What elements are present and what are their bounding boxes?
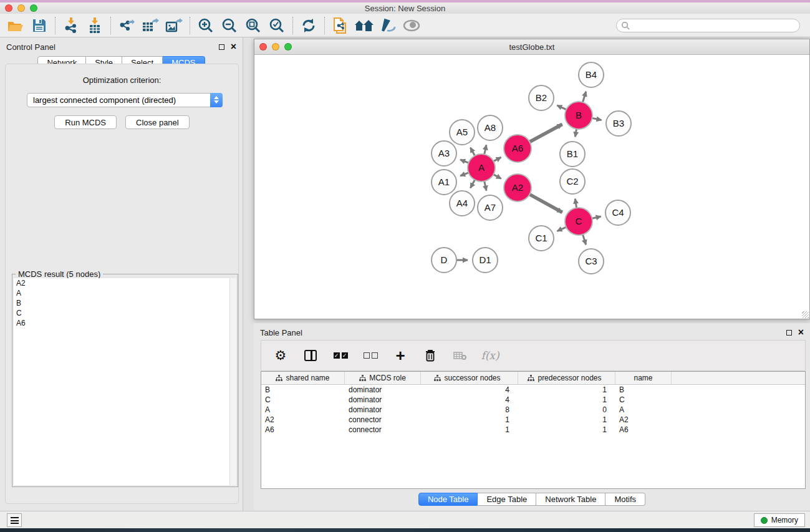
graph-node-A5[interactable]: A5 — [450, 120, 475, 145]
graph-edge[interactable] — [470, 180, 475, 188]
graph-node-C3[interactable]: C3 — [579, 249, 604, 274]
control-panel-title: Control Panel — [6, 42, 55, 52]
graph-node-A1[interactable]: A1 — [432, 170, 456, 195]
graph-edge[interactable] — [557, 227, 566, 231]
close-panel-button[interactable]: Close panel — [125, 115, 190, 129]
hide-graphics-details-button[interactable] — [400, 16, 423, 36]
mcds-result-list[interactable]: A2ABCA6 — [14, 278, 236, 485]
select-all-columns-button[interactable]: ✓✓ — [332, 347, 349, 364]
graph-node-A[interactable]: A — [468, 154, 495, 181]
home-layout-button[interactable] — [352, 16, 376, 36]
graph-node-C[interactable]: C — [565, 208, 592, 235]
search-box[interactable] — [616, 19, 800, 32]
graph-node-B2[interactable]: B2 — [529, 85, 554, 110]
memory-button[interactable]: Memory — [754, 513, 805, 527]
result-item[interactable]: C — [14, 308, 236, 318]
deselect-all-columns-button[interactable] — [362, 347, 378, 364]
column-header-shared-name[interactable]: shared name — [261, 372, 345, 384]
graph-edge[interactable] — [575, 199, 576, 208]
tab-edge-table[interactable]: Edge Table — [478, 493, 536, 506]
export-network-button[interactable] — [115, 16, 138, 36]
criterion-dropdown[interactable]: largest connected component (directed) — [27, 93, 223, 107]
import-table-button[interactable] — [83, 16, 107, 36]
column-header-predecessor-nodes[interactable]: predecessor nodes — [518, 372, 615, 384]
graph-edge[interactable] — [485, 181, 486, 190]
open-file-button[interactable] — [4, 16, 27, 36]
graph-node-B3[interactable]: B3 — [606, 111, 631, 136]
graph-node-C2[interactable]: C2 — [560, 169, 585, 194]
node-label: A8 — [485, 122, 496, 133]
search-input[interactable] — [630, 21, 799, 30]
graph-edge[interactable] — [592, 118, 602, 120]
column-header-successor-nodes[interactable]: successor nodes — [421, 372, 518, 384]
close-panel-icon[interactable]: × — [231, 44, 236, 50]
graph-node-D1[interactable]: D1 — [473, 248, 498, 273]
table-row[interactable]: Cdominator41C — [261, 395, 805, 405]
zoom-fit-button[interactable] — [241, 16, 265, 36]
zoom-in-button[interactable] — [194, 16, 218, 36]
column-header-name[interactable]: name — [615, 372, 672, 384]
graph-node-B[interactable]: B — [565, 102, 592, 129]
result-item[interactable]: B — [14, 298, 236, 308]
graph-edge[interactable] — [460, 160, 468, 163]
resize-handle[interactable] — [802, 311, 809, 318]
graph-node-A3[interactable]: A3 — [432, 141, 456, 166]
delete-table-button[interactable] — [452, 347, 468, 364]
save-session-button[interactable] — [27, 16, 51, 36]
table-row[interactable]: Adominator80A — [261, 405, 805, 415]
graph-edge[interactable] — [529, 124, 562, 142]
graph-edge[interactable] — [460, 173, 468, 176]
table-row[interactable]: A6connector11A6 — [261, 425, 805, 435]
graph-edge[interactable] — [583, 235, 586, 244]
result-item[interactable]: A6 — [14, 318, 236, 328]
clone-network-button[interactable] — [329, 16, 352, 36]
graph-node-A2[interactable]: A2 — [504, 174, 531, 201]
show-graphics-details-button[interactable] — [376, 16, 400, 36]
graph-edge[interactable] — [575, 129, 576, 137]
tab-motifs[interactable]: Motifs — [605, 493, 645, 506]
float-panel-icon[interactable] — [219, 44, 224, 50]
delete-column-button[interactable] — [422, 347, 438, 364]
export-image-button[interactable] — [162, 16, 186, 36]
task-history-button[interactable] — [7, 513, 22, 527]
result-item[interactable]: A2 — [14, 278, 236, 288]
network-canvas[interactable]: AA1A2A3A4A5A6A7A8BB1B2B3B4CC1C2C3C4DD1 — [254, 55, 809, 319]
graph-edge[interactable] — [592, 216, 600, 218]
create-column-button[interactable]: + — [392, 347, 408, 364]
tab-network-table[interactable]: Network Table — [536, 493, 605, 506]
export-table-button[interactable] — [138, 16, 162, 36]
table-row[interactable]: Bdominator41B — [261, 385, 805, 395]
run-mcds-button[interactable]: Run MCDS — [54, 115, 117, 129]
zoom-out-button[interactable] — [218, 16, 241, 36]
graph-edge[interactable] — [493, 175, 501, 179]
graph-node-B1[interactable]: B1 — [560, 142, 585, 167]
graph-edge[interactable] — [493, 157, 501, 161]
graph-node-A6[interactable]: A6 — [504, 135, 531, 162]
network-window-titlebar[interactable]: testGlobe.txt — [254, 39, 809, 55]
zoom-selected-button[interactable] — [265, 16, 289, 36]
graph-node-B4[interactable]: B4 — [579, 62, 604, 87]
show-columns-button[interactable] — [302, 347, 319, 364]
graph-node-C4[interactable]: C4 — [605, 200, 630, 225]
graph-edge[interactable] — [582, 92, 586, 102]
function-builder-button[interactable]: f(x) — [482, 347, 498, 364]
import-network-button[interactable] — [59, 16, 83, 36]
tab-node-table[interactable]: Node Table — [418, 493, 478, 506]
graph-edge[interactable] — [485, 145, 486, 154]
result-scrollbar[interactable] — [229, 278, 236, 485]
graph-node-A7[interactable]: A7 — [478, 195, 503, 220]
table-settings-button[interactable]: ⚙ — [272, 347, 289, 364]
graph-node-A8[interactable]: A8 — [478, 115, 503, 140]
graph-node-D[interactable]: D — [432, 248, 456, 273]
result-item[interactable]: A — [14, 288, 236, 298]
graph-edge[interactable] — [529, 195, 562, 213]
table-row[interactable]: A2connector11A2 — [261, 415, 805, 425]
close-table-panel-icon[interactable]: × — [798, 329, 804, 336]
float-table-panel-icon[interactable] — [786, 330, 792, 336]
graph-edge[interactable] — [557, 105, 566, 110]
graph-edge[interactable] — [470, 148, 475, 156]
refresh-button[interactable] — [297, 16, 321, 36]
graph-node-C1[interactable]: C1 — [529, 226, 554, 251]
column-header-mcds-role[interactable]: MCDS role — [345, 372, 421, 384]
graph-node-A4[interactable]: A4 — [450, 191, 475, 216]
